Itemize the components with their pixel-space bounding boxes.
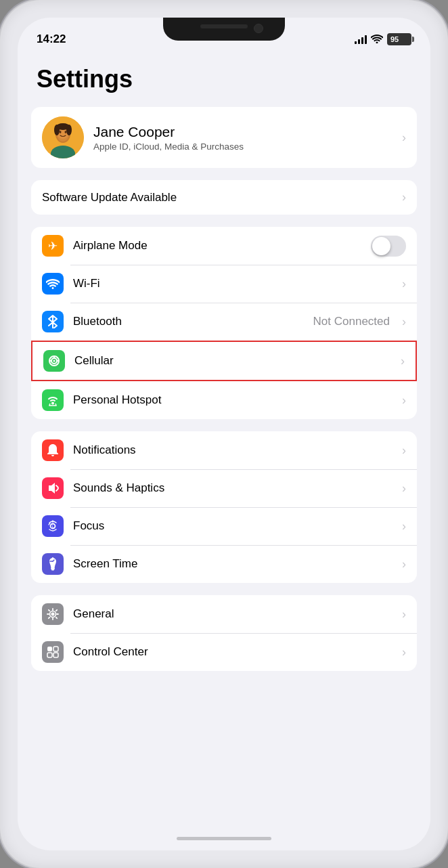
general-label: General <box>73 607 393 621</box>
screen-time-chevron-icon: › <box>402 557 406 571</box>
svg-rect-29 <box>47 653 52 657</box>
airplane-mode-icon: ✈ <box>42 235 64 257</box>
bluetooth-label: Bluetooth <box>73 315 304 328</box>
notifications-icon <box>42 439 64 461</box>
hotspot-chevron-icon: › <box>402 393 406 408</box>
hotspot-icon <box>42 389 64 411</box>
avatar <box>42 116 84 158</box>
svg-point-8 <box>66 125 72 135</box>
profile-name: Jane Cooper <box>93 124 393 140</box>
notifications-row[interactable]: Notifications › <box>31 431 417 469</box>
control-center-row[interactable]: Control Center › <box>31 633 417 671</box>
control-center-chevron-icon: › <box>402 645 406 659</box>
profile-row[interactable]: Jane Cooper Apple ID, iCloud, Media & Pu… <box>31 107 417 168</box>
wifi-row[interactable]: Wi-Fi › <box>31 265 417 303</box>
screen-time-row[interactable]: Screen Time › <box>31 545 417 583</box>
profile-chevron-icon: › <box>402 131 406 145</box>
general-chevron-icon: › <box>402 607 406 622</box>
focus-row[interactable]: Focus › <box>31 507 417 545</box>
software-update-chevron-icon: › <box>402 190 406 204</box>
wifi-chevron-icon: › <box>402 277 406 291</box>
hotspot-row[interactable]: Personal Hotspot › <box>31 381 417 419</box>
control-center-icon <box>42 641 64 663</box>
home-indicator <box>18 826 430 850</box>
profile-info: Jane Cooper Apple ID, iCloud, Media & Pu… <box>93 124 393 152</box>
general-icon <box>42 603 64 625</box>
cellular-label: Cellular <box>74 354 391 368</box>
focus-icon <box>42 515 64 537</box>
toggle-knob <box>372 237 390 255</box>
general-row[interactable]: General › <box>31 595 417 633</box>
screen-time-icon <box>42 553 64 575</box>
wifi-icon <box>371 34 383 45</box>
svg-rect-21 <box>51 569 54 571</box>
notch <box>163 18 285 41</box>
sounds-label: Sounds & Haptics <box>73 481 393 495</box>
svg-point-16 <box>51 402 54 405</box>
cellular-icon <box>43 350 65 372</box>
software-update-label: Software Update Available <box>42 191 177 204</box>
scroll-area[interactable]: Settings <box>18 51 430 826</box>
page-title: Settings <box>37 65 411 93</box>
svg-point-25 <box>51 613 55 616</box>
bluetooth-icon <box>42 311 64 332</box>
cellular-chevron-icon: › <box>401 354 405 368</box>
speaker <box>200 24 248 28</box>
svg-rect-30 <box>53 653 58 657</box>
svg-point-12 <box>53 360 55 362</box>
software-update-row[interactable]: Software Update Available › <box>31 180 417 215</box>
svg-point-5 <box>65 131 67 133</box>
notifications-group: Notifications › Sounds & Haptics › <box>31 431 417 583</box>
hotspot-label: Personal Hotspot <box>73 393 393 407</box>
svg-rect-28 <box>53 647 58 651</box>
airplane-mode-row[interactable]: ✈ Airplane Mode <box>31 227 417 265</box>
profile-group: Jane Cooper Apple ID, iCloud, Media & Pu… <box>31 107 417 168</box>
svg-point-7 <box>54 125 60 135</box>
status-time: 14:22 <box>37 32 66 46</box>
svg-point-4 <box>60 131 62 133</box>
sounds-chevron-icon: › <box>402 481 406 496</box>
general-group: General › Control Center › <box>31 595 417 671</box>
svg-rect-19 <box>51 567 55 568</box>
airplane-mode-toggle[interactable] <box>371 236 406 257</box>
svg-rect-27 <box>47 647 52 651</box>
screen-time-label: Screen Time <box>73 557 393 571</box>
battery-icon: 95 <box>387 33 411 45</box>
profile-subtitle: Apple ID, iCloud, Media & Purchases <box>93 142 393 152</box>
camera <box>254 24 263 33</box>
sounds-icon <box>42 477 64 499</box>
notifications-label: Notifications <box>73 443 393 457</box>
control-center-label: Control Center <box>73 645 393 659</box>
focus-label: Focus <box>73 519 393 533</box>
wifi-label: Wi-Fi <box>73 277 393 290</box>
battery-level: 95 <box>390 35 399 43</box>
bluetooth-value: Not Connected <box>313 315 390 328</box>
sounds-row[interactable]: Sounds & Haptics › <box>31 469 417 507</box>
software-update-group: Software Update Available › <box>31 180 417 215</box>
phone-shell: 14:22 95 <box>0 0 448 868</box>
notifications-chevron-icon: › <box>402 443 406 458</box>
screen: 14:22 95 <box>18 18 430 850</box>
wifi-row-icon <box>42 273 64 295</box>
status-icons: 95 <box>355 33 411 45</box>
bluetooth-row[interactable]: Bluetooth Not Connected › <box>31 303 417 341</box>
signal-icon <box>355 35 367 44</box>
cellular-row[interactable]: Cellular › <box>31 341 417 381</box>
svg-rect-20 <box>51 568 55 569</box>
svg-marker-17 <box>49 483 55 494</box>
airplane-mode-label: Airplane Mode <box>73 239 361 253</box>
focus-chevron-icon: › <box>402 519 406 534</box>
home-bar <box>177 837 271 840</box>
connectivity-group: ✈ Airplane Mode <box>31 227 417 419</box>
bluetooth-chevron-icon: › <box>402 315 406 329</box>
